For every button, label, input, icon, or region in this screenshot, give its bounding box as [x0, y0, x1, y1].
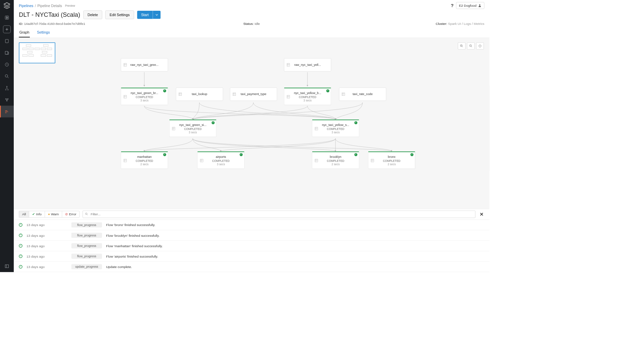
node-time: 3 secs [286, 99, 329, 102]
tab-graph[interactable]: Graph [19, 28, 30, 38]
svg-rect-3 [5, 51, 8, 54]
log-message: Flow 'airports' finished successfully. [106, 254, 484, 258]
breadcrumb-root[interactable]: Pipelines [19, 3, 33, 7]
check-icon [326, 89, 329, 92]
log-row[interactable]: 13 days agoflow_progressFlow 'airports' … [14, 251, 489, 262]
logs-link[interactable]: Logs [464, 22, 471, 26]
table-icon [179, 93, 182, 96]
user-icon [478, 4, 482, 7]
log-row[interactable]: 13 days agoflow_progressFlow 'bronx' fin… [14, 220, 489, 230]
node-status: COMPLETED [123, 159, 166, 162]
log-filter-input[interactable] [83, 211, 476, 218]
table-icon [124, 159, 127, 162]
table-icon [287, 63, 290, 66]
status-ok-icon [19, 265, 22, 269]
table-icon [124, 63, 127, 66]
node-name: brooklyn [314, 155, 357, 159]
graph-node[interactable]: raw_nyc_taxi_gree... [121, 58, 168, 72]
filter-all[interactable]: All [19, 211, 29, 218]
filter-warn[interactable]: ●Warn [45, 211, 62, 218]
check-icon [163, 153, 166, 156]
graph-node[interactable]: nyc_taxi_yellow_s...COMPLETED3 secs [312, 120, 359, 137]
filter-info[interactable]: ✔Info [29, 211, 45, 218]
delete-button[interactable]: Delete [83, 10, 102, 19]
tab-settings[interactable]: Settings [37, 28, 50, 38]
close-log-panel[interactable]: ✕ [479, 212, 484, 217]
start-button[interactable]: Start [137, 11, 153, 19]
graph-node[interactable]: nyc_taxi_yellow_b...COMPLETED3 secs [284, 88, 331, 105]
log-timestamp: 13 days ago [26, 233, 67, 237]
logo-icon [3, 2, 10, 9]
filter-error[interactable]: ⊘Error [62, 211, 79, 218]
node-time: 3 secs [171, 131, 214, 134]
graph-node[interactable]: taxi_rate_code [339, 88, 386, 101]
graph-canvas[interactable]: raw_nyc_taxi_gree...raw_nyc_taxi_yell...… [14, 38, 489, 209]
breadcrumb: Pipelines / Pipeline Details Preview [19, 3, 76, 7]
status-ok-icon [19, 233, 22, 237]
node-name: raw_nyc_taxi_gree... [123, 63, 166, 67]
svg-point-11 [479, 4, 481, 6]
nav-item-notebook[interactable] [0, 35, 14, 47]
log-tag: flow_progress [71, 222, 102, 227]
log-row[interactable]: 13 days agoflow_progressFlow 'manhattan'… [14, 241, 489, 251]
graph-node[interactable]: airportsCOMPLETED3 secs [197, 151, 245, 169]
nav-item-data[interactable] [0, 82, 14, 94]
node-name: taxi_lookup [178, 92, 221, 96]
graph-node[interactable]: taxi_payment_type [230, 88, 277, 101]
log-tag: flow_progress [71, 243, 102, 248]
check-icon [212, 121, 215, 124]
node-time: 3 secs [123, 99, 166, 102]
graph-node[interactable]: brooklynCOMPLETED2 secs [312, 151, 359, 169]
nav-item-d[interactable]: D [0, 12, 14, 24]
graph-node[interactable]: taxi_lookup [176, 88, 223, 101]
id-label: ID: [19, 22, 23, 26]
nav-item-create[interactable] [3, 26, 11, 33]
user-menu[interactable]: E2 Dogfood [456, 2, 484, 9]
svg-point-7 [5, 98, 6, 99]
graph-node[interactable]: manhattanCOMPLETED2 secs [121, 151, 168, 169]
node-name: nyc_taxi_yellow_s... [314, 123, 357, 127]
graph-node[interactable]: raw_nyc_taxi_yell... [284, 58, 331, 72]
node-name: taxi_payment_type [232, 92, 275, 96]
nav-item-collapse[interactable] [0, 260, 14, 272]
user-label: E2 Dogfood [459, 4, 476, 7]
log-message: Update complete. [106, 265, 484, 269]
node-name: nyc_taxi_green_si... [171, 123, 214, 127]
log-timestamp: 13 days ago [26, 265, 67, 269]
nav-item-recents[interactable] [0, 59, 14, 71]
nav-item-clusters[interactable] [0, 94, 14, 106]
chevron-down-icon [156, 13, 158, 16]
log-message: Flow 'bronx' finished successfully. [106, 223, 484, 227]
table-icon [200, 159, 203, 162]
nav-item-repos[interactable] [0, 47, 14, 59]
help-icon[interactable]: ? [451, 3, 453, 8]
check-icon [239, 153, 243, 156]
log-row[interactable]: 13 days agoflow_progressFlow 'brooklyn' … [14, 230, 489, 241]
metrics-link[interactable]: Metrics [474, 22, 484, 26]
table-icon [342, 93, 345, 96]
node-name: manhattan [123, 155, 166, 159]
graph-node[interactable]: nyc_taxi_green_br...COMPLETED3 secs [121, 88, 168, 105]
log-tag: update_progress [71, 264, 102, 269]
sidebar: D [0, 0, 14, 272]
search-icon [85, 212, 88, 216]
node-name: airports [200, 155, 242, 159]
breadcrumb-sep: / [35, 3, 36, 7]
start-dropdown[interactable] [153, 11, 161, 19]
node-time: 2 secs [314, 163, 357, 166]
log-row[interactable]: 13 days agoupdate_progressUpdate complet… [14, 262, 489, 272]
graph-node[interactable]: nyc_taxi_green_si...COMPLETED3 secs [169, 120, 217, 137]
check-icon [354, 153, 357, 156]
log-tag: flow_progress [71, 233, 102, 238]
graph-node[interactable]: bronxCOMPLETED2 secs [368, 151, 415, 169]
svg-point-8 [7, 98, 8, 99]
nav-item-pipelines[interactable] [0, 106, 14, 118]
status-ok-icon [19, 244, 22, 248]
status-ok-icon [19, 223, 22, 227]
spark-ui-link[interactable]: Spark UI [448, 22, 461, 26]
edit-settings-button[interactable]: Edit Settings [105, 10, 134, 19]
cluster-label: Cluster: [436, 22, 447, 26]
nav-item-search[interactable] [0, 71, 14, 82]
page-title: DLT - NYCTaxi (Scala) [19, 11, 80, 18]
status-ok-icon [19, 255, 22, 258]
